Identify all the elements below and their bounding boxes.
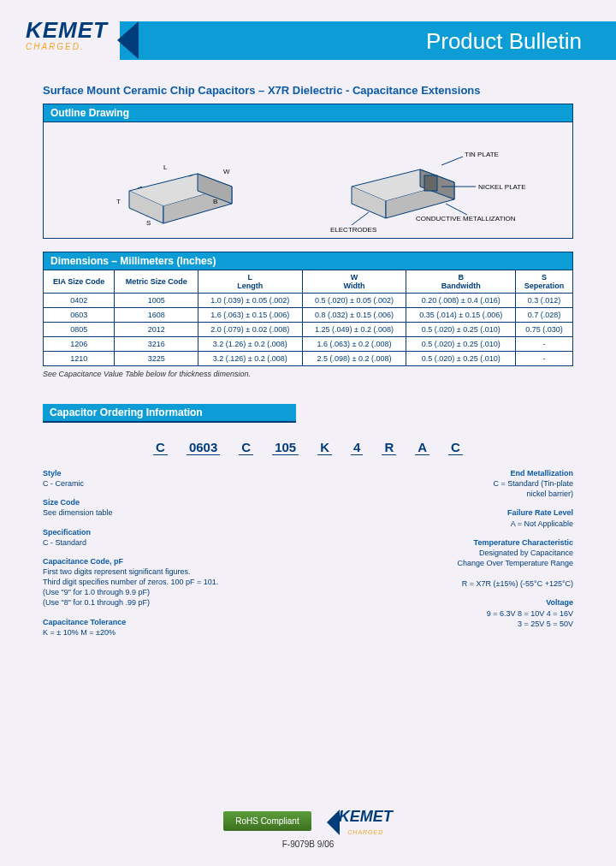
table-header: SSeperation [516, 270, 573, 294]
svg-line-8 [352, 212, 369, 225]
table-header: EIA Size Code [44, 270, 115, 294]
table-header: LLength [198, 270, 302, 294]
svg-text:L: L [163, 163, 168, 171]
svg-text:ELECTRODES: ELECTRODES [330, 226, 376, 234]
part-segment: K [317, 440, 332, 455]
part-segment: R [382, 440, 396, 455]
svg-text:B: B [213, 198, 217, 205]
page: KEMET CHARGED. Product Bulletin Surface … [0, 0, 616, 866]
banner-text: Product Bulletin [120, 21, 616, 55]
ordering-defs: StyleC - CeramicSize CodeSee dimension t… [43, 468, 573, 646]
svg-text:W: W [223, 168, 230, 175]
part-segment: 0603 [187, 440, 220, 455]
part-segment: A [415, 440, 429, 455]
part-number-row: C0603C105K4RAC [43, 440, 573, 455]
def-block: Temperature CharacteristicDesignated by … [291, 537, 573, 590]
part-segment: C [448, 440, 463, 455]
svg-text:S: S [146, 219, 151, 227]
arrow-icon [314, 810, 340, 835]
ordering-header: Capacitor Ordering Information [43, 404, 296, 423]
outline-header: Outline Drawing [43, 104, 573, 122]
svg-text:TIN PLATE: TIN PLATE [465, 151, 499, 158]
def-block: StyleC - Ceramic [43, 468, 291, 489]
def-block: Failure Rate LevelA = Not Applicable [291, 507, 573, 528]
banner: Product Bulletin [120, 21, 616, 60]
table-row: 040210051.0 (.039) ± 0.05 (.002)0.5 (.02… [44, 294, 573, 308]
footer: RoHS Compliant KEMET CHARGED F-9079B 9/0… [0, 808, 616, 849]
content: Surface Mount Ceramic Chip Capacitors – … [0, 68, 616, 655]
svg-rect-5 [424, 175, 437, 191]
def-block: SpecificationC - Standard [43, 527, 291, 548]
header: KEMET CHARGED. Product Bulletin [0, 0, 616, 68]
table-header: Metric Size Code [115, 270, 198, 294]
outline-drawing: L W T B S TIN PLATE NICKEL PLATE ELECTRO… [43, 122, 573, 239]
chip-right-icon: TIN PLATE NICKEL PLATE ELECTRODES CONDUC… [335, 139, 523, 234]
logo-text: KEMET [26, 17, 108, 44]
table-row: 060316081.6 (.063) ± 0.15 (.006)0.8 (.03… [44, 308, 573, 323]
doc-number: F-9079B 9/06 [0, 839, 616, 849]
table-header: BBandwidth [406, 270, 516, 294]
part-segment: 4 [351, 440, 363, 455]
table-header: WWidth [302, 270, 406, 294]
svg-text:T: T [116, 198, 121, 205]
dimensions-header: Dimensions – Millimeters (Inches) [43, 252, 573, 270]
def-block: End MetallizationC = Standard (Tin-plate… [291, 468, 573, 499]
dimensions-table: EIA Size CodeMetric Size CodeLLengthWWid… [43, 270, 573, 366]
rohs-badge: RoHS Compliant [223, 811, 311, 831]
def-block: Voltage9 = 6.3V 8 = 10V 4 = 16V 3 = 25V … [291, 597, 573, 628]
page-title: Surface Mount Ceramic Chip Capacitors – … [43, 84, 573, 97]
part-segment: C [153, 440, 168, 455]
svg-line-6 [441, 157, 463, 165]
table-row: 121032253.2 (.126) ± 0.2 (.008)2.5 (.098… [44, 352, 573, 366]
part-segment: C [239, 440, 253, 455]
logo: KEMET CHARGED. [26, 17, 108, 51]
table-row: 080520122.0 (.079) ± 0.02 (.008)1.25 (.0… [44, 323, 573, 337]
svg-text:NICKEL PLATE: NICKEL PLATE [478, 183, 526, 191]
def-block: Size CodeSee dimension table [43, 497, 291, 518]
def-block: Capacitance Code, pFFirst two digits rep… [43, 556, 291, 608]
def-block: Capacitance ToleranceK = ± 10% M = ±20% [43, 617, 291, 638]
table-row: 120632163.2 (1.26) ± 0.2 (.008)1.6 (.063… [44, 337, 573, 352]
dimensions-note: See Capacitance Value Table below for th… [43, 370, 573, 378]
footer-logo: KEMET CHARGED [339, 808, 393, 836]
part-segment: 105 [272, 440, 299, 455]
svg-line-9 [446, 204, 467, 215]
chip-left-icon: L W T B S [104, 139, 258, 234]
svg-text:CONDUCTIVE METALLIZATION: CONDUCTIVE METALLIZATION [416, 215, 516, 222]
